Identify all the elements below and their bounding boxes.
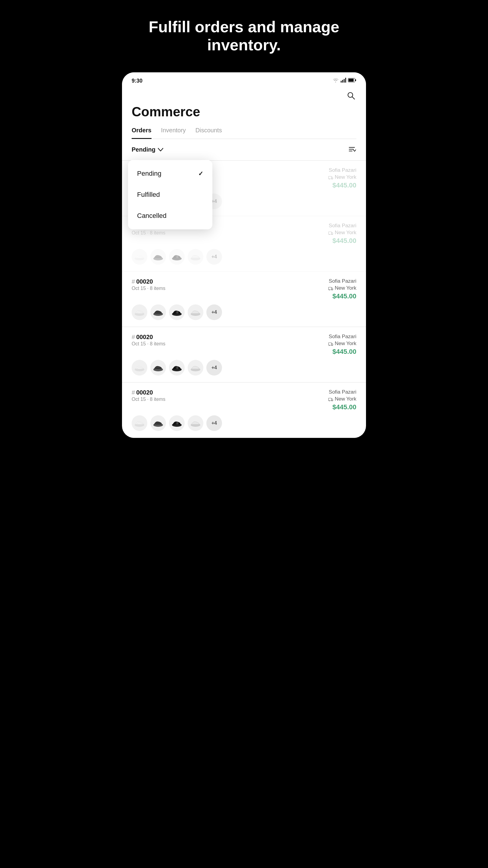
dropdown-item-pending[interactable]: Pending ✓ (128, 163, 213, 184)
location-text: New York (335, 174, 356, 180)
order-item[interactable]: # 00020 Oct 15 · 8 items Sofia Pazari Ne… (122, 327, 366, 382)
order-number: # 00020 (132, 278, 165, 285)
delivery-icon (328, 341, 333, 346)
sort-button[interactable] (347, 146, 356, 154)
svg-rect-2 (344, 79, 345, 83)
status-time: 9:30 (132, 78, 142, 84)
dropdown-menu: Pending ✓ Fulfilled Cancelled (128, 160, 213, 229)
product-thumb (169, 249, 185, 265)
filter-button[interactable]: Pending (132, 146, 163, 153)
svg-point-13 (329, 179, 330, 179)
hash-symbol: # (132, 389, 135, 396)
delivery-location: New York (328, 341, 356, 347)
customer-name: Sofia Pazari (328, 223, 356, 229)
svg-point-41 (332, 345, 332, 346)
product-thumbs: +4 (132, 360, 356, 375)
svg-point-14 (332, 179, 332, 179)
product-thumb (169, 304, 185, 320)
order-right: Sofia Pazari New York $445.00 (328, 167, 356, 189)
order-item[interactable]: # 00020 Oct 15 · 8 items Sofia Pazari Ne… (122, 382, 366, 438)
order-meta: Oct 15 · 8 items (132, 286, 165, 291)
svg-rect-5 (349, 79, 354, 82)
order-left: # 00020 Oct 15 · 8 items (132, 278, 165, 291)
svg-point-31 (329, 289, 330, 290)
location-text: New York (335, 341, 356, 347)
page-wrapper: Fulfill orders and manage inventory. 9:3… (122, 0, 366, 438)
dropdown-fulfilled-label: Fulfilled (137, 191, 160, 198)
battery-icon (348, 78, 356, 84)
chevron-down-icon (158, 146, 163, 153)
order-item[interactable]: # 00020 Oct 15 · 8 items Sofia Pazari Ne… (122, 272, 366, 327)
svg-line-8 (352, 97, 355, 99)
order-right: Sofia Pazari New York $445.00 (328, 334, 356, 355)
delivery-location: New York (328, 285, 356, 291)
product-thumbs: +4 (132, 415, 356, 431)
dropdown-cancelled-label: Cancelled (137, 212, 167, 220)
tab-discounts[interactable]: Discounts (195, 127, 222, 139)
dropdown-item-cancelled[interactable]: Cancelled (128, 205, 213, 226)
more-items-badge: +4 (206, 360, 222, 375)
svg-rect-36 (176, 311, 177, 313)
order-id: 00020 (136, 389, 153, 396)
customer-name: Sofia Pazari (328, 167, 356, 173)
svg-rect-27 (176, 255, 177, 258)
order-id: 00020 (136, 334, 153, 341)
status-icons (332, 78, 356, 84)
order-number: # 00020 (132, 334, 165, 341)
delivery-icon (328, 397, 333, 401)
order-number: # 00020 (132, 389, 165, 396)
delivery-icon (328, 175, 333, 179)
svg-point-32 (332, 289, 332, 290)
tab-orders[interactable]: Orders (132, 127, 152, 139)
order-price: $445.00 (328, 181, 356, 189)
delivery-icon (328, 286, 333, 290)
wifi-icon (332, 78, 339, 84)
delivery-location: New York (328, 230, 356, 236)
filter-label: Pending (132, 146, 156, 153)
order-meta: Oct 15 · 8 items (132, 397, 165, 402)
hash-symbol: # (132, 334, 135, 341)
hash-symbol: # (132, 278, 135, 285)
svg-rect-48 (329, 398, 332, 401)
product-thumb (169, 415, 185, 431)
more-items-badge: +4 (206, 249, 222, 265)
order-id: 00020 (136, 278, 153, 285)
order-price: $445.00 (328, 237, 356, 245)
svg-rect-55 (177, 422, 178, 424)
search-button[interactable] (346, 90, 356, 102)
svg-rect-37 (177, 311, 178, 313)
svg-rect-0 (341, 81, 341, 83)
app-header: Commerce Orders Inventory Discounts (122, 87, 366, 139)
status-bar: 9:30 (122, 72, 366, 87)
location-text: New York (335, 396, 356, 402)
order-top: # 00020 Oct 15 · 8 items Sofia Pazari Ne… (132, 278, 356, 300)
product-thumb (132, 249, 147, 265)
customer-name: Sofia Pazari (328, 278, 356, 284)
svg-rect-28 (177, 255, 178, 258)
signal-icon (341, 78, 346, 84)
phone-frame: 9:30 (122, 72, 366, 438)
app-title: Commerce (132, 104, 356, 119)
order-left: # 00020 Oct 15 · 8 items (132, 389, 165, 402)
order-right: Sofia Pazari New York $445.00 (328, 389, 356, 411)
product-thumb (188, 360, 203, 375)
product-thumb (132, 360, 147, 375)
svg-rect-54 (176, 422, 177, 424)
svg-point-40 (329, 345, 330, 346)
svg-point-7 (348, 93, 353, 97)
svg-rect-46 (177, 367, 178, 369)
tab-inventory[interactable]: Inventory (161, 127, 186, 139)
dropdown-item-fulfilled[interactable]: Fulfilled (128, 184, 213, 205)
order-price: $445.00 (328, 403, 356, 411)
svg-rect-1 (342, 80, 343, 83)
search-icon (347, 91, 355, 100)
svg-rect-21 (329, 232, 332, 235)
product-thumb (169, 360, 185, 375)
product-thumb (132, 415, 147, 431)
product-thumb (150, 304, 166, 320)
location-text: New York (335, 230, 356, 236)
more-items-badge: +4 (206, 304, 222, 320)
order-right: Sofia Pazari New York $445.00 (328, 223, 356, 245)
product-thumb (132, 304, 147, 320)
delivery-icon (328, 230, 333, 235)
